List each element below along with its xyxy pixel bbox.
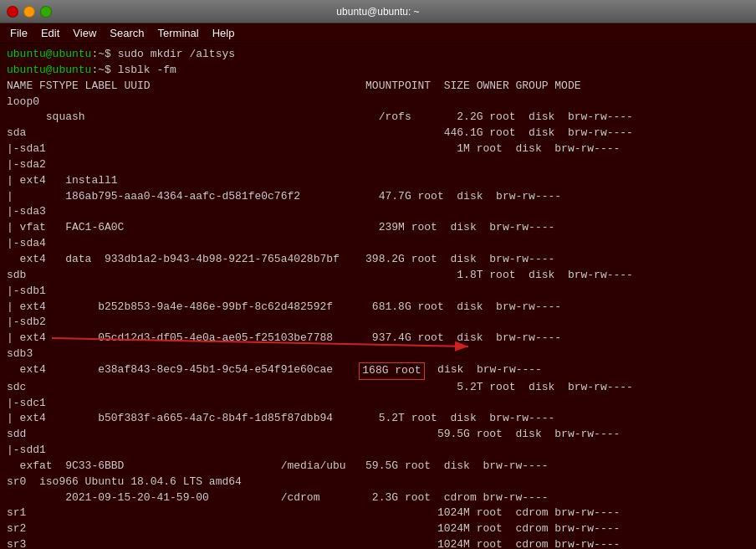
highlighted-size: 168G root	[359, 362, 424, 380]
terminal-line: |-sdc1	[7, 396, 749, 412]
terminal-line: squash /rofs 2.2G root disk brw-rw----	[7, 110, 749, 126]
terminal-line: | ext4 install1	[7, 173, 749, 189]
terminal-line: | ext4 05cd12d3-df05-4e0a-ae05-f25103be7…	[7, 331, 749, 346]
terminal-line: sdc 5.2T root disk brw-rw----	[7, 380, 749, 396]
minimize-button[interactable]	[23, 6, 35, 18]
terminal-line: sr1 1024M root cdrom brw-rw----	[7, 505, 749, 521]
terminal-line: ext4 data 933db1a2-b943-4b98-9221-765a40…	[7, 252, 749, 268]
terminal-line: loop0	[7, 95, 749, 110]
terminal-line: sr0 iso966 Ubuntu 18.04.6 LTS amd64	[7, 475, 749, 490]
terminal-line: |-sda4	[7, 236, 749, 252]
terminal-line: | ext4 b252b853-9a4e-486e-99bf-8c62d4825…	[7, 300, 749, 316]
prompt-sym: :~$	[91, 63, 117, 79]
terminal-line: |-sdd1	[7, 443, 749, 459]
terminal-header: NAME FSTYPE LABEL UUID MOUNTPOINT SIZE O…	[7, 79, 749, 95]
menu-search[interactable]: Search	[103, 25, 151, 41]
cmd: lsblk -fm	[118, 63, 176, 79]
terminal[interactable]: ubuntu@ubuntu:~$ sudo mkdir /altsys ubun…	[0, 44, 756, 549]
terminal-line: sdd 59.5G root disk brw-rw----	[7, 427, 749, 443]
terminal-line: | 186ab795-aaa0-4364-aafc-d581fe0c76f2 4…	[7, 189, 749, 205]
menu-bar: File Edit View Search Terminal Help	[0, 23, 756, 44]
terminal-line: exfat 9C33-6BBD /media/ubu 59.5G root di…	[7, 459, 749, 475]
prompt: ubuntu@ubuntu	[7, 47, 91, 63]
prompt: ubuntu@ubuntu	[7, 63, 91, 79]
window-controls[interactable]	[7, 6, 52, 18]
terminal-line: |-sdb2	[7, 315, 749, 331]
terminal-line: | vfat FAC1-6A0C 239M root disk brw-rw--…	[7, 220, 749, 236]
terminal-line: |-sdb1	[7, 284, 749, 300]
menu-help[interactable]: Help	[206, 25, 242, 41]
terminal-line: ubuntu@ubuntu:~$ lsblk -fm	[7, 63, 749, 79]
terminal-line: 2021-09-15-20-41-59-00 /cdrom 2.3G root …	[7, 490, 749, 506]
terminal-line: sda 446.1G root disk brw-rw----	[7, 126, 749, 141]
window-title: ubuntu@ubuntu: ~	[336, 6, 419, 18]
terminal-line: sdb 1.8T root disk brw-rw----	[7, 268, 749, 284]
window: ubuntu@ubuntu: ~ File Edit View Search T…	[0, 0, 756, 549]
title-bar: ubuntu@ubuntu: ~	[0, 0, 756, 23]
terminal-line: ubuntu@ubuntu:~$ sudo mkdir /altsys	[7, 47, 749, 63]
sdb3-line: sdb3	[7, 346, 749, 362]
menu-view[interactable]: View	[66, 25, 103, 41]
menu-edit[interactable]: Edit	[34, 25, 66, 41]
prompt-sym: :~$	[91, 47, 117, 63]
terminal-line: | ext4 b50f383f-a665-4a7c-8b4f-1d85f87db…	[7, 411, 749, 427]
sdb3-uuid-line: ext4 e38af843-8ec9-45b1-9c54-e54f91e60ca…	[7, 362, 749, 380]
terminal-line: |-sda2	[7, 157, 749, 173]
terminal-line: |-sda3	[7, 204, 749, 220]
menu-file[interactable]: File	[3, 25, 34, 41]
terminal-wrapper: ubuntu@ubuntu:~$ sudo mkdir /altsys ubun…	[0, 44, 756, 549]
terminal-line: |-sda1 1M root disk brw-rw----	[7, 141, 749, 157]
menu-terminal[interactable]: Terminal	[151, 25, 206, 41]
terminal-line: sr2 1024M root cdrom brw-rw----	[7, 521, 749, 537]
close-button[interactable]	[7, 6, 18, 18]
cmd: sudo mkdir /altsys	[118, 47, 235, 63]
maximize-button[interactable]	[40, 6, 52, 18]
terminal-line: sr3 1024M root cdrom brw-rw----	[7, 537, 749, 549]
